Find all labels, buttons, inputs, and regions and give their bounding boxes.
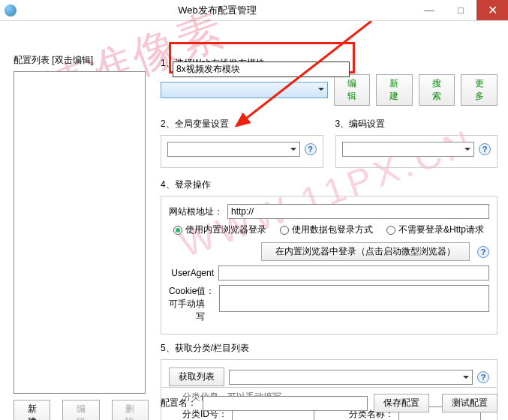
open-browser-button[interactable]: 在内置浏览器中登录（点击启动微型浏览器） xyxy=(261,242,470,261)
cookie-label: Cookie值： xyxy=(169,285,215,298)
global-var-select[interactable] xyxy=(167,142,300,157)
close-button[interactable]: ✕ xyxy=(476,0,508,20)
get-list-button[interactable]: 获取列表 xyxy=(169,368,224,386)
help-icon[interactable]: ? xyxy=(477,371,489,383)
search-module-button[interactable]: 搜索 xyxy=(419,74,455,106)
module-dropdown-item[interactable]: 8x视频发布模块 xyxy=(173,62,350,77)
root-url-input[interactable] xyxy=(227,204,489,219)
maximize-button[interactable]: □ xyxy=(445,0,476,20)
help-icon[interactable]: ? xyxy=(479,143,491,155)
config-list-header: 配置列表 [双击编辑] xyxy=(14,54,149,67)
category-select[interactable] xyxy=(229,370,473,385)
section2-title: 2、全局变量设置 xyxy=(161,118,323,130)
useragent-input[interactable] xyxy=(218,266,489,280)
section3-title: 3、编码设置 xyxy=(335,118,498,130)
config-listbox[interactable] xyxy=(14,71,146,394)
test-config-button[interactable]: 测试配置 xyxy=(442,394,497,412)
section4-title: 4、登录操作 xyxy=(161,178,497,191)
module-select[interactable] xyxy=(161,82,328,98)
help-icon[interactable]: ? xyxy=(477,246,489,258)
cookie-input[interactable] xyxy=(219,285,489,312)
useragent-label: UserAgent xyxy=(169,268,214,278)
login-packet-radio[interactable]: 使用数据包登录方式 xyxy=(280,224,373,236)
save-config-button[interactable]: 保存配置 xyxy=(374,394,429,412)
root-url-label: 网站根地址： xyxy=(169,206,223,218)
edit-config-button[interactable]: 编辑 xyxy=(62,400,99,420)
help-icon[interactable]: ? xyxy=(305,143,317,155)
window-title: Web发布配置管理 xyxy=(21,4,413,17)
login-none-radio[interactable]: 不需要登录&Http请求 xyxy=(386,224,484,236)
more-module-button[interactable]: 更多 xyxy=(461,74,497,106)
section5-title: 5、获取分类/栏目列表 xyxy=(161,342,497,355)
encoding-select[interactable] xyxy=(342,142,475,157)
config-name-input[interactable] xyxy=(203,396,368,411)
cookie-manual-label: 可手动填写 xyxy=(169,298,205,323)
login-builtin-radio[interactable]: 使用内置浏览器登录 xyxy=(173,224,266,236)
app-icon xyxy=(5,4,17,16)
new-config-button[interactable]: 新建 xyxy=(14,400,50,420)
delete-config-button[interactable]: 删除 xyxy=(112,400,149,420)
edit-module-button[interactable]: 编辑 xyxy=(334,74,371,106)
config-name-label: 配置名： xyxy=(161,397,197,410)
minimize-button[interactable]: — xyxy=(413,0,445,20)
title-bar: Web发布配置管理 — □ ✕ xyxy=(0,0,508,21)
new-module-button[interactable]: 新建 xyxy=(376,74,413,106)
